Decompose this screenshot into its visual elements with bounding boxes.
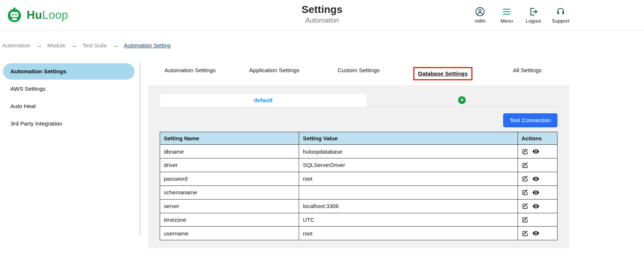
tab-label: Application Settings xyxy=(249,67,299,73)
column-header-setting-value: Setting Value xyxy=(299,132,518,145)
eye-icon[interactable] xyxy=(532,203,540,210)
support-button[interactable]: Support xyxy=(552,7,569,24)
menu-label: Menu xyxy=(501,18,513,24)
setting-value-cell: UTC xyxy=(299,213,518,227)
sidebar-item-3rd-party-integration[interactable]: 3rd Party Integration xyxy=(3,116,135,132)
edit-icon[interactable] xyxy=(522,203,529,210)
table-row-server: serverlocalhost:3306 xyxy=(160,199,557,213)
hamburger-menu-icon xyxy=(502,7,512,17)
sidebar-item-aws-settings[interactable]: AWS Settings xyxy=(3,81,135,97)
tab-label: Database Settings xyxy=(413,67,472,80)
setting-name-cell: driver xyxy=(160,158,299,172)
settings-table: Setting NameSetting ValueActions dbnameh… xyxy=(160,132,557,240)
breadcrumb-item-automation[interactable]: Automation xyxy=(2,42,30,48)
breadcrumb-item-module[interactable]: Module xyxy=(47,42,65,48)
actions-cell xyxy=(518,199,557,213)
robot-logo-icon xyxy=(6,6,23,24)
actions-cell xyxy=(518,158,557,172)
logout-icon xyxy=(528,7,538,17)
support-label: Support xyxy=(552,18,569,24)
edit-icon[interactable] xyxy=(522,189,529,196)
setting-value-cell: huloopdatabase xyxy=(299,145,518,158)
tab-application-settings[interactable]: Application Settings xyxy=(232,64,316,84)
setting-name-cell: username xyxy=(160,227,299,240)
edit-icon[interactable] xyxy=(522,216,529,223)
edit-icon[interactable] xyxy=(522,175,529,182)
tab-label: Automation Settings xyxy=(165,67,216,73)
eye-icon[interactable] xyxy=(532,175,540,183)
headset-support-icon xyxy=(556,7,566,17)
user-icon xyxy=(475,7,485,17)
sidebar-item-automation-settings[interactable]: Automation Settings xyxy=(3,63,135,80)
eye-icon[interactable] xyxy=(532,148,540,155)
huloop-logo[interactable]: HuLoop xyxy=(6,6,68,24)
eye-icon[interactable] xyxy=(532,189,540,196)
app-header: HuLoop Settings Automation nidhi Menu xyxy=(0,0,644,30)
page-title: Settings xyxy=(302,4,342,16)
actions-cell xyxy=(518,227,557,240)
connection-tabs-empty-area: + xyxy=(367,93,557,107)
table-row-schemaname: schemaname xyxy=(160,185,557,199)
table-row-timezone: timezoneUTC xyxy=(160,213,557,227)
sidebar-divider xyxy=(140,62,140,235)
actions-cell xyxy=(518,172,557,185)
setting-value-cell xyxy=(299,185,518,199)
test-connection-button[interactable]: Test Connection xyxy=(503,113,557,127)
setting-name-cell: schemaname xyxy=(160,185,299,199)
menu-button[interactable]: Menu xyxy=(499,7,515,24)
breadcrumb-arrow-icon: → xyxy=(112,41,119,49)
setting-name-cell: password xyxy=(160,172,299,185)
setting-value-cell: root xyxy=(299,172,518,185)
user-name-label: nidhi xyxy=(475,18,485,24)
tab-automation-settings[interactable]: Automation Settings xyxy=(148,64,232,84)
brand-name: HuLoop xyxy=(27,9,68,22)
connection-tabs-strip: default + xyxy=(160,93,557,107)
breadcrumb: Automation→Module→Test Suite→Automation … xyxy=(2,41,171,49)
main-content: Automation SettingsApplication SettingsC… xyxy=(148,64,569,248)
header-title-block: Settings Automation xyxy=(302,4,342,24)
actions-cell xyxy=(518,213,557,227)
setting-name-cell: server xyxy=(160,199,299,213)
connection-tab-label: default xyxy=(254,97,272,104)
table-row-driver: driverSQLServerDriver xyxy=(160,158,557,172)
database-settings-panel: default + Test Connection Setting NameSe… xyxy=(148,85,569,248)
sidebar-item-auto-heal[interactable]: Auto Heal xyxy=(3,98,135,114)
page-subtitle: Automation xyxy=(302,17,342,24)
table-row-password: passwordroot xyxy=(160,172,557,185)
eye-icon[interactable] xyxy=(532,230,540,237)
header-actions: nidhi Menu Logout xyxy=(472,7,569,24)
add-connection-button[interactable]: + xyxy=(458,96,466,104)
actions-cell xyxy=(518,145,557,158)
breadcrumb-arrow-icon: → xyxy=(35,41,42,49)
logout-button[interactable]: Logout xyxy=(525,7,542,24)
table-row-dbname: dbnamehuloopdatabase xyxy=(160,145,557,158)
edit-icon[interactable] xyxy=(522,162,529,169)
breadcrumb-item-automation-setting[interactable]: Automation Setting xyxy=(124,42,171,48)
tab-custom-settings[interactable]: Custom Settings xyxy=(316,64,401,84)
user-profile-button[interactable]: nidhi xyxy=(472,7,488,24)
edit-icon[interactable] xyxy=(522,230,529,237)
table-row-username: usernameroot xyxy=(160,227,557,240)
logout-label: Logout xyxy=(526,18,541,24)
edit-icon[interactable] xyxy=(522,148,529,155)
actions-cell xyxy=(518,185,557,199)
setting-value-cell: root xyxy=(299,227,518,240)
breadcrumb-item-test-suite[interactable]: Test Suite xyxy=(82,42,107,48)
sidebar: Automation SettingsAWS SettingsAuto Heal… xyxy=(0,62,138,133)
setting-value-cell: localhost:3306 xyxy=(299,199,518,213)
connection-tab-default[interactable]: default xyxy=(160,93,367,107)
tab-label: Custom Settings xyxy=(338,67,380,73)
setting-value-cell: SQLServerDriver xyxy=(299,158,518,172)
column-header-actions: Actions xyxy=(518,132,557,145)
tab-all-settings[interactable]: All Settings xyxy=(485,64,569,84)
breadcrumb-arrow-icon: → xyxy=(71,41,77,49)
table-header-row: Setting NameSetting ValueActions xyxy=(160,132,557,145)
settings-tabs: Automation SettingsApplication SettingsC… xyxy=(148,64,569,84)
column-header-setting-name: Setting Name xyxy=(160,132,299,145)
setting-name-cell: dbname xyxy=(160,145,299,158)
panel-actions-row: Test Connection xyxy=(160,113,557,127)
tab-database-settings[interactable]: Database Settings xyxy=(401,64,485,84)
setting-name-cell: timezone xyxy=(160,213,299,227)
tab-label: All Settings xyxy=(513,67,542,73)
